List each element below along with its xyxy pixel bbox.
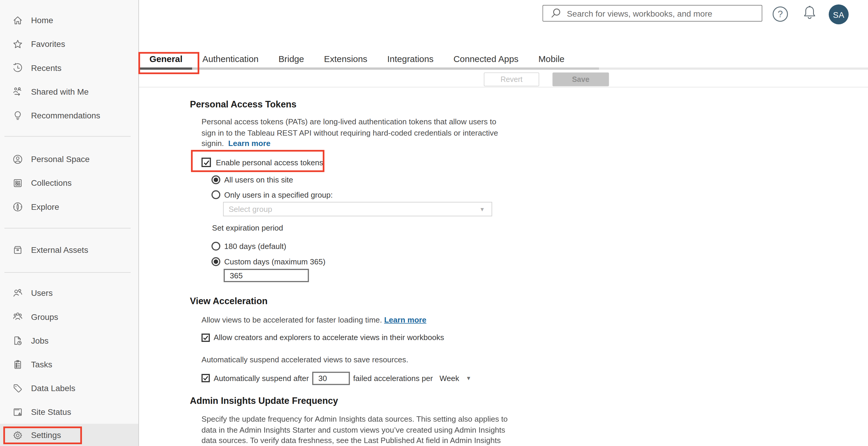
auto-suspend-suffix: failed accelerations per — [353, 374, 433, 382]
sidebar-item-label: Collections — [31, 178, 71, 187]
sidebar-divider — [4, 228, 131, 229]
all-users-radio[interactable] — [211, 175, 220, 184]
shared-with-me-icon — [12, 86, 23, 97]
failed-accelerations-input[interactable] — [312, 372, 350, 385]
days-180-label: 180 days (default) — [224, 242, 286, 251]
star-icon — [12, 39, 23, 49]
sidebar-item-label: Settings — [31, 430, 61, 440]
sidebar-item-label: Tasks — [31, 359, 52, 369]
view-acceleration-title: View Acceleration — [190, 296, 268, 306]
admin-insights-description: Specify the update frequency for Admin I… — [202, 414, 508, 446]
pat-section-title: Personal Access Tokens — [190, 99, 297, 109]
pat-description-line: sign in to the Tableau REST API without … — [202, 128, 498, 139]
sidebar-item-jobs[interactable]: Jobs — [0, 329, 138, 352]
sidebar-item-external-assets[interactable]: External Assets — [0, 238, 138, 262]
chevron-down-icon: ▼ — [479, 206, 485, 212]
external-assets-drawer-icon — [12, 244, 23, 255]
view-acceleration-learn-more-link[interactable]: Learn more — [384, 315, 427, 324]
jobs-document-clock-icon — [12, 335, 23, 346]
tab-integrations[interactable]: Integrations — [377, 51, 443, 68]
revert-button[interactable]: Revert — [484, 72, 539, 87]
expiration-period-label: Set expiration period — [212, 224, 283, 232]
tag-icon — [12, 382, 23, 393]
suspend-note: Automatically suspend accelerated views … — [202, 354, 408, 366]
allow-accelerate-checkbox[interactable] — [202, 333, 210, 342]
days-180-radio[interactable] — [211, 242, 220, 251]
sidebar-divider — [4, 136, 131, 137]
tab-connected-apps[interactable]: Connected Apps — [443, 51, 528, 68]
pat-description-signin: signin. — [202, 139, 224, 148]
pat-description: Personal access tokens (PATs) are long-l… — [202, 116, 498, 149]
toolbar-divider — [139, 87, 868, 88]
checkmark-icon — [203, 375, 209, 381]
sidebar-item-personal-space[interactable]: Personal Space — [0, 147, 138, 171]
tab-general[interactable]: General — [140, 51, 192, 68]
save-button[interactable]: Save — [552, 72, 609, 87]
recents-clock-icon — [12, 62, 23, 73]
site-status-window-icon — [12, 406, 23, 417]
sidebar-item-tasks[interactable]: Tasks — [0, 352, 138, 376]
sidebar-item-label: Jobs — [31, 336, 49, 345]
custom-days-label: Custom days (maximum 365) — [224, 257, 326, 266]
sidebar-item-label: Shared with Me — [31, 87, 89, 97]
chevron-down-icon[interactable]: ▼ — [466, 375, 471, 381]
checkmark-icon — [203, 335, 209, 341]
compass-icon — [12, 201, 23, 212]
admin-insights-line: data in the Admin Insights Starter and c… — [202, 425, 508, 436]
sidebar-item-groups[interactable]: Groups — [0, 305, 138, 329]
sidebar-item-label: Recommendations — [31, 111, 100, 120]
custom-days-input[interactable] — [224, 269, 309, 282]
specified-group-radio-row: Only users in a specified group: — [211, 190, 333, 199]
sidebar-item-settings[interactable]: Settings — [0, 424, 138, 446]
sidebar-item-label: Explore — [31, 202, 59, 211]
sidebar-item-label: Home — [31, 15, 53, 25]
sidebar-item-recommendations[interactable]: Recommendations — [0, 104, 138, 127]
sidebar-item-label: Groups — [31, 312, 58, 321]
admin-insights-line: data sources. To verify data freshness, … — [202, 435, 508, 446]
sidebar-item-label: Personal Space — [31, 154, 89, 164]
sidebar-item-users[interactable]: Users — [0, 281, 138, 305]
home-icon — [12, 14, 23, 26]
enable-pat-label: Enable personal access tokens — [216, 158, 323, 167]
days-180-radio-row: 180 days (default) — [211, 242, 286, 251]
sidebar-item-label: Favorites — [31, 39, 65, 49]
sidebar-item-explore[interactable]: Explore — [0, 195, 138, 218]
sidebar-item-site-status[interactable]: Site Status — [0, 400, 138, 424]
pat-learn-more-link[interactable]: Learn more — [228, 139, 271, 148]
sidebar-item-home[interactable]: Home — [0, 8, 138, 32]
enable-pat-checkbox[interactable] — [202, 158, 211, 167]
sidebar-item-data-labels[interactable]: Data Labels — [0, 376, 138, 400]
select-group-placeholder: Select group — [229, 205, 479, 214]
sidebar-item-collections[interactable]: Collections — [0, 171, 138, 195]
sidebar-divider — [4, 272, 131, 273]
users-icon — [12, 287, 23, 298]
specified-group-radio[interactable] — [211, 190, 220, 199]
sidebar-item-shared-with-me[interactable]: Shared with Me — [0, 79, 138, 103]
tab-mobile[interactable]: Mobile — [528, 51, 574, 68]
settings-content: General Authentication Bridge Extensions… — [139, 0, 868, 446]
custom-days-radio[interactable] — [211, 257, 220, 266]
gear-icon — [12, 430, 23, 441]
view-acceleration-intro-text: Allow views to be accelerated for faster… — [202, 315, 382, 324]
sidebar-item-label: Data Labels — [31, 383, 75, 393]
select-group-dropdown[interactable]: Select group ▼ — [223, 202, 492, 216]
sidebar-item-label: Recents — [31, 63, 61, 73]
tab-extensions[interactable]: Extensions — [314, 51, 377, 68]
sidebar-item-favorites[interactable]: Favorites — [0, 32, 138, 56]
period-dropdown-value[interactable]: Week — [439, 374, 459, 382]
pat-description-line: Personal access tokens (PATs) are long-l… — [202, 116, 498, 128]
sidebar-item-recents[interactable]: Recents — [0, 56, 138, 79]
groups-icon — [12, 311, 23, 322]
enable-pat-row: Enable personal access tokens — [202, 158, 323, 167]
custom-days-radio-row: Custom days (maximum 365) — [211, 257, 326, 266]
view-acceleration-intro: Allow views to be accelerated for faster… — [202, 315, 427, 326]
sidebar-item-label: External Assets — [31, 245, 88, 254]
tab-bridge[interactable]: Bridge — [269, 51, 314, 68]
all-users-radio-row: All users on this site — [211, 175, 293, 184]
auto-suspend-checkbox[interactable] — [202, 374, 210, 382]
allow-accelerate-row: Allow creators and explorers to accelera… — [202, 333, 444, 342]
sidebar-item-label: Site Status — [31, 407, 71, 417]
sidebar: Home Favorites Recents Shared with Me Re… — [0, 0, 139, 446]
tab-authentication[interactable]: Authentication — [192, 51, 269, 68]
auto-suspend-prefix: Automatically suspend after — [214, 374, 309, 382]
